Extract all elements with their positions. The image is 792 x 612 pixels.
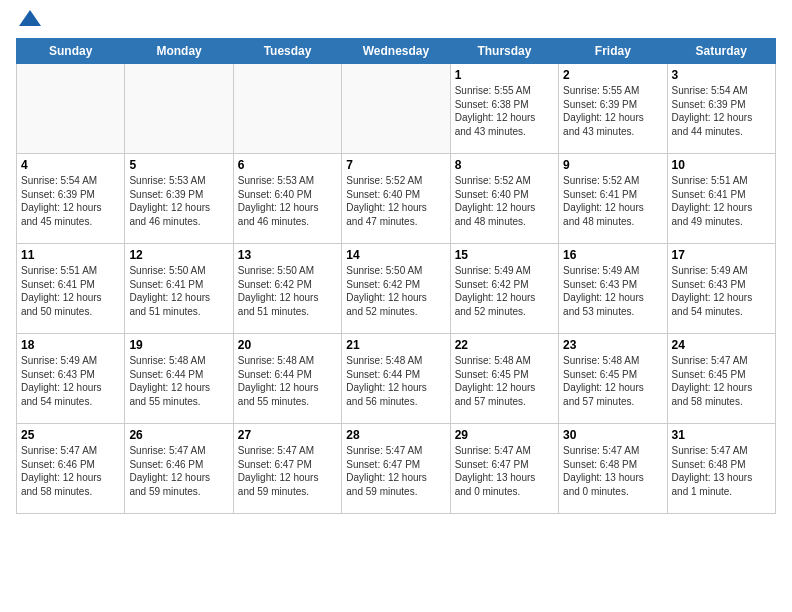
day-number: 23 <box>563 338 662 352</box>
day-info: Sunrise: 5:47 AM Sunset: 6:46 PM Dayligh… <box>21 444 120 498</box>
day-number: 2 <box>563 68 662 82</box>
calendar-cell-18: 18Sunrise: 5:49 AM Sunset: 6:43 PM Dayli… <box>17 334 125 424</box>
day-info: Sunrise: 5:48 AM Sunset: 6:45 PM Dayligh… <box>563 354 662 408</box>
day-info: Sunrise: 5:53 AM Sunset: 6:39 PM Dayligh… <box>129 174 228 228</box>
weekday-header-saturday: Saturday <box>667 39 775 64</box>
day-info: Sunrise: 5:47 AM Sunset: 6:47 PM Dayligh… <box>238 444 337 498</box>
day-info: Sunrise: 5:52 AM Sunset: 6:41 PM Dayligh… <box>563 174 662 228</box>
day-info: Sunrise: 5:47 AM Sunset: 6:45 PM Dayligh… <box>672 354 771 408</box>
calendar-cell-15: 15Sunrise: 5:49 AM Sunset: 6:42 PM Dayli… <box>450 244 558 334</box>
calendar-cell-29: 29Sunrise: 5:47 AM Sunset: 6:47 PM Dayli… <box>450 424 558 514</box>
day-number: 25 <box>21 428 120 442</box>
day-info: Sunrise: 5:49 AM Sunset: 6:42 PM Dayligh… <box>455 264 554 318</box>
day-info: Sunrise: 5:49 AM Sunset: 6:43 PM Dayligh… <box>563 264 662 318</box>
day-number: 17 <box>672 248 771 262</box>
day-info: Sunrise: 5:55 AM Sunset: 6:39 PM Dayligh… <box>563 84 662 138</box>
day-info: Sunrise: 5:55 AM Sunset: 6:38 PM Dayligh… <box>455 84 554 138</box>
calendar-cell-14: 14Sunrise: 5:50 AM Sunset: 6:42 PM Dayli… <box>342 244 450 334</box>
day-number: 21 <box>346 338 445 352</box>
calendar-cell-10: 10Sunrise: 5:51 AM Sunset: 6:41 PM Dayli… <box>667 154 775 244</box>
day-number: 12 <box>129 248 228 262</box>
day-number: 3 <box>672 68 771 82</box>
day-info: Sunrise: 5:51 AM Sunset: 6:41 PM Dayligh… <box>672 174 771 228</box>
weekday-header-monday: Monday <box>125 39 233 64</box>
calendar-cell-empty-0-3 <box>342 64 450 154</box>
calendar-cell-30: 30Sunrise: 5:47 AM Sunset: 6:48 PM Dayli… <box>559 424 667 514</box>
weekday-header-wednesday: Wednesday <box>342 39 450 64</box>
calendar-cell-8: 8Sunrise: 5:52 AM Sunset: 6:40 PM Daylig… <box>450 154 558 244</box>
day-info: Sunrise: 5:50 AM Sunset: 6:41 PM Dayligh… <box>129 264 228 318</box>
day-info: Sunrise: 5:53 AM Sunset: 6:40 PM Dayligh… <box>238 174 337 228</box>
calendar-cell-2: 2Sunrise: 5:55 AM Sunset: 6:39 PM Daylig… <box>559 64 667 154</box>
day-number: 11 <box>21 248 120 262</box>
calendar-cell-1: 1Sunrise: 5:55 AM Sunset: 6:38 PM Daylig… <box>450 64 558 154</box>
day-info: Sunrise: 5:49 AM Sunset: 6:43 PM Dayligh… <box>21 354 120 408</box>
calendar-week-row-4: 18Sunrise: 5:49 AM Sunset: 6:43 PM Dayli… <box>17 334 776 424</box>
day-info: Sunrise: 5:47 AM Sunset: 6:48 PM Dayligh… <box>563 444 662 498</box>
day-info: Sunrise: 5:52 AM Sunset: 6:40 PM Dayligh… <box>455 174 554 228</box>
day-number: 16 <box>563 248 662 262</box>
day-number: 1 <box>455 68 554 82</box>
calendar-week-row-3: 11Sunrise: 5:51 AM Sunset: 6:41 PM Dayli… <box>17 244 776 334</box>
calendar-cell-25: 25Sunrise: 5:47 AM Sunset: 6:46 PM Dayli… <box>17 424 125 514</box>
day-info: Sunrise: 5:47 AM Sunset: 6:47 PM Dayligh… <box>346 444 445 498</box>
calendar-cell-19: 19Sunrise: 5:48 AM Sunset: 6:44 PM Dayli… <box>125 334 233 424</box>
calendar-cell-22: 22Sunrise: 5:48 AM Sunset: 6:45 PM Dayli… <box>450 334 558 424</box>
day-number: 30 <box>563 428 662 442</box>
calendar-cell-26: 26Sunrise: 5:47 AM Sunset: 6:46 PM Dayli… <box>125 424 233 514</box>
calendar-cell-empty-0-1 <box>125 64 233 154</box>
day-info: Sunrise: 5:51 AM Sunset: 6:41 PM Dayligh… <box>21 264 120 318</box>
day-number: 15 <box>455 248 554 262</box>
day-info: Sunrise: 5:54 AM Sunset: 6:39 PM Dayligh… <box>672 84 771 138</box>
day-number: 18 <box>21 338 120 352</box>
day-number: 24 <box>672 338 771 352</box>
calendar-table: SundayMondayTuesdayWednesdayThursdayFrid… <box>16 38 776 514</box>
calendar-cell-empty-0-0 <box>17 64 125 154</box>
day-info: Sunrise: 5:47 AM Sunset: 6:48 PM Dayligh… <box>672 444 771 498</box>
day-number: 8 <box>455 158 554 172</box>
day-number: 4 <box>21 158 120 172</box>
day-number: 19 <box>129 338 228 352</box>
calendar-cell-21: 21Sunrise: 5:48 AM Sunset: 6:44 PM Dayli… <box>342 334 450 424</box>
logo-icon <box>19 8 41 30</box>
day-number: 28 <box>346 428 445 442</box>
weekday-header-tuesday: Tuesday <box>233 39 341 64</box>
day-info: Sunrise: 5:47 AM Sunset: 6:46 PM Dayligh… <box>129 444 228 498</box>
calendar-cell-9: 9Sunrise: 5:52 AM Sunset: 6:41 PM Daylig… <box>559 154 667 244</box>
calendar-cell-20: 20Sunrise: 5:48 AM Sunset: 6:44 PM Dayli… <box>233 334 341 424</box>
day-info: Sunrise: 5:49 AM Sunset: 6:43 PM Dayligh… <box>672 264 771 318</box>
calendar-cell-12: 12Sunrise: 5:50 AM Sunset: 6:41 PM Dayli… <box>125 244 233 334</box>
day-info: Sunrise: 5:50 AM Sunset: 6:42 PM Dayligh… <box>346 264 445 318</box>
day-number: 9 <box>563 158 662 172</box>
day-info: Sunrise: 5:48 AM Sunset: 6:44 PM Dayligh… <box>238 354 337 408</box>
calendar-cell-31: 31Sunrise: 5:47 AM Sunset: 6:48 PM Dayli… <box>667 424 775 514</box>
svg-marker-0 <box>19 10 41 26</box>
day-info: Sunrise: 5:50 AM Sunset: 6:42 PM Dayligh… <box>238 264 337 318</box>
calendar-cell-3: 3Sunrise: 5:54 AM Sunset: 6:39 PM Daylig… <box>667 64 775 154</box>
calendar-cell-6: 6Sunrise: 5:53 AM Sunset: 6:40 PM Daylig… <box>233 154 341 244</box>
day-info: Sunrise: 5:47 AM Sunset: 6:47 PM Dayligh… <box>455 444 554 498</box>
day-number: 13 <box>238 248 337 262</box>
calendar-cell-7: 7Sunrise: 5:52 AM Sunset: 6:40 PM Daylig… <box>342 154 450 244</box>
day-number: 26 <box>129 428 228 442</box>
day-number: 7 <box>346 158 445 172</box>
calendar-cell-23: 23Sunrise: 5:48 AM Sunset: 6:45 PM Dayli… <box>559 334 667 424</box>
calendar-cell-4: 4Sunrise: 5:54 AM Sunset: 6:39 PM Daylig… <box>17 154 125 244</box>
calendar-cell-11: 11Sunrise: 5:51 AM Sunset: 6:41 PM Dayli… <box>17 244 125 334</box>
day-number: 27 <box>238 428 337 442</box>
day-number: 14 <box>346 248 445 262</box>
page-header <box>16 16 776 30</box>
day-info: Sunrise: 5:48 AM Sunset: 6:45 PM Dayligh… <box>455 354 554 408</box>
day-number: 6 <box>238 158 337 172</box>
calendar-cell-16: 16Sunrise: 5:49 AM Sunset: 6:43 PM Dayli… <box>559 244 667 334</box>
day-number: 29 <box>455 428 554 442</box>
weekday-header-thursday: Thursday <box>450 39 558 64</box>
logo <box>16 16 41 30</box>
day-info: Sunrise: 5:54 AM Sunset: 6:39 PM Dayligh… <box>21 174 120 228</box>
day-number: 20 <box>238 338 337 352</box>
day-number: 5 <box>129 158 228 172</box>
calendar-week-row-1: 1Sunrise: 5:55 AM Sunset: 6:38 PM Daylig… <box>17 64 776 154</box>
calendar-cell-13: 13Sunrise: 5:50 AM Sunset: 6:42 PM Dayli… <box>233 244 341 334</box>
day-info: Sunrise: 5:52 AM Sunset: 6:40 PM Dayligh… <box>346 174 445 228</box>
day-number: 31 <box>672 428 771 442</box>
